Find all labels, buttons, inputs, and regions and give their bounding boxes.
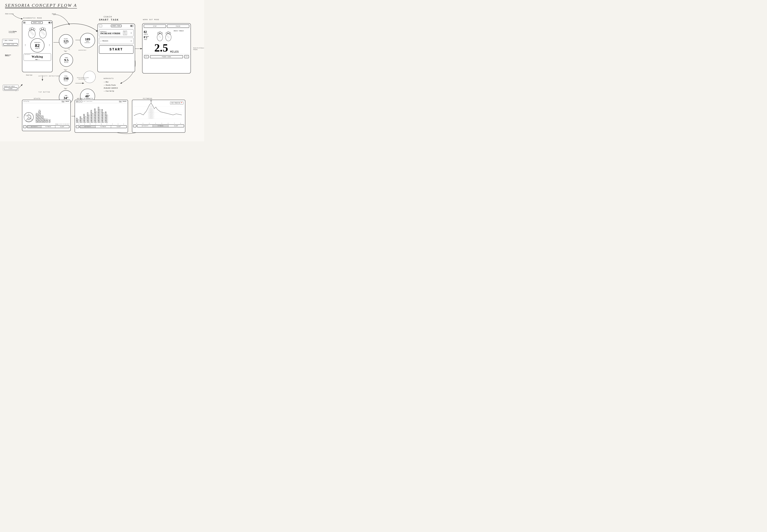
activity-display: Activity Walking ▲▲▲ ◇ [24, 53, 51, 61]
pie-chart [23, 112, 34, 123]
battery-icon [49, 22, 51, 23]
coach-phone: ← Smart Task Workout Increase Stride Bes… [97, 24, 135, 72]
today-miles-circle: Today 9.5 Miles [60, 53, 73, 67]
activity-detection-label: Activity Detection [38, 75, 59, 77]
fitness-back-btn[interactable]: ← [133, 125, 136, 127]
music-chevron[interactable]: › [130, 39, 132, 43]
fitness-graph: Over Pronation 📍 [132, 100, 185, 123]
power-song-btn[interactable]: Power Song [150, 55, 183, 58]
svg-line-11 [30, 31, 32, 33]
svg-line-14 [33, 34, 34, 35]
workout-mode-label: Work Out Mode [143, 19, 159, 21]
sleep-tab-weekly[interactable]: Sleep [111, 126, 126, 128]
tap-3-label: "Tap" [64, 88, 67, 89]
stats-chart: Stats Day | Week [22, 100, 71, 131]
start-btn[interactable]: START [99, 45, 133, 54]
workout-card[interactable]: Workout Increase Stride BestforYou › [99, 29, 133, 36]
stats-back-btn[interactable]: ← [23, 125, 26, 128]
fitness-section-label: Fitness [143, 98, 152, 100]
tap-2-label: "Tap" [64, 69, 67, 71]
warning-label: Warning! [79, 49, 87, 51]
weekly-legend: S M T W M M M [76, 101, 92, 102]
weekly-back-btn[interactable]: ← [76, 125, 79, 128]
fitness-chart: Over Pronation 📍 [132, 100, 185, 133]
svg-line-29 [159, 36, 160, 37]
bar-chart: Walk Run Walk Sit Sit [36, 104, 69, 123]
weekly-x-labels: S S M T W T F S S [75, 124, 128, 125]
workouts-label: Workouts [104, 78, 118, 79]
activity-tab-stats[interactable]: Activity [27, 126, 41, 128]
svg-line-20 [41, 31, 43, 33]
activity-label-text: Activity [25, 54, 50, 55]
svg-line-21 [42, 32, 44, 34]
tap-1-label: "Tap" [64, 50, 67, 52]
svg-point-24 [157, 33, 163, 41]
left-indicator: ! [24, 44, 26, 47]
svg-line-23 [44, 34, 45, 35]
workout-phone: Stop Pause 82 step/m 8'2" /mile [142, 23, 191, 73]
svg-line-36 [167, 36, 168, 37]
svg-point-45 [150, 100, 152, 101]
sleep-tab-fitness[interactable]: Sleep [168, 125, 184, 127]
smart-task-coach-btn[interactable]: Smart Task [111, 25, 122, 27]
workouts-list: Workouts — Run — Nearby Tracks INcReASE … [104, 78, 118, 92]
cadence-value: 82 [35, 43, 40, 48]
heart-rate-1-circle: Heart 125 BPM [59, 34, 73, 48]
prev-btn[interactable]: ⟨⟨ [144, 55, 149, 58]
page-title: Sensoria Concept Flow A [5, 3, 77, 8]
heart-rate-2-circle: 189 BPM Warning! [80, 33, 95, 48]
smart-task-small-btn[interactable]: Smart Task [3, 43, 18, 46]
music-card[interactable]: ♪ Music › [99, 38, 133, 44]
battery-coach-icon [130, 25, 133, 27]
svg-line-30 [160, 37, 161, 38]
weekly-stats-label: Weekly Stats [77, 98, 93, 100]
pause-btn[interactable]: Pause [167, 24, 189, 28]
activity-tab-weekly[interactable]: Activity [80, 126, 95, 128]
weekly-stats-chart: S M T W M M M Day | Week [75, 100, 128, 133]
sleep-tab-stats[interactable]: Sleep [55, 126, 69, 128]
back-icon[interactable]: ← [99, 25, 102, 27]
fitness-tab-fitness[interactable]: Fitness [153, 125, 168, 127]
svg-line-37 [168, 37, 169, 38]
increase-stride-text: Increase Stride [100, 32, 120, 35]
svg-line-12 [31, 32, 33, 34]
fitness-tab-stats[interactable]: Fitness [41, 126, 55, 128]
pace-display: 8'2" /mile [144, 36, 155, 40]
feet-display [22, 25, 52, 38]
stats-section-label: Stats [34, 98, 41, 100]
heel-strike-box: ! Heal Strike ~~~~ Smart Task [2, 39, 19, 46]
needs-label: Needs At-A-Glance Display [193, 47, 204, 50]
green-label: Green [13, 31, 17, 32]
menu-icon[interactable] [23, 22, 25, 23]
cadence-display: Cadence 82 steps/m ! ! [24, 38, 51, 52]
next-btn[interactable]: ⟩⟩ [184, 55, 189, 58]
analyse-text: Analyse your cadence [4, 86, 17, 87]
workout-chevron[interactable]: › [130, 31, 132, 35]
activity-tab-fitness[interactable]: Activity [137, 125, 153, 127]
stats-back-arrow[interactable]: ← [17, 115, 19, 119]
activity-value: Walking [25, 55, 50, 58]
best-for-you-badge: BestforYou [123, 31, 127, 35]
svg-line-28 [158, 35, 159, 36]
svg-line-19 [41, 31, 42, 32]
analyse-start-btn[interactable]: Start [4, 87, 17, 90]
svg-line-22 [43, 33, 44, 35]
svg-point-31 [165, 33, 171, 41]
stop-btn[interactable]: Stop [144, 24, 166, 28]
steps-display: 82 step/m [144, 30, 155, 35]
svg-line-5 [68, 48, 70, 50]
page: Sensoria Concept Flow A Slide in menu Si… [0, 0, 204, 141]
weekly-day-week[interactable]: Day | Week [119, 101, 126, 102]
day-week-toggle[interactable]: Day | Week [62, 101, 69, 102]
tap-button-label: Tap Button [38, 91, 50, 93]
svg-point-27 [161, 32, 162, 34]
svg-line-35 [166, 35, 168, 36]
analyse-box: Analyse your cadence Start [3, 85, 19, 91]
coach-label: CoAch [104, 16, 112, 18]
slide-menu-label: Slide in menu [5, 13, 14, 15]
activity-icons: ▲▲▲ ◇ [25, 59, 50, 60]
weekly-bars [75, 103, 128, 124]
fitness-tab-weekly[interactable]: Fitness [95, 126, 111, 128]
cadence-unit: steps/m [35, 48, 40, 49]
smart-task-btn-diag[interactable]: Smart Task [31, 21, 43, 24]
